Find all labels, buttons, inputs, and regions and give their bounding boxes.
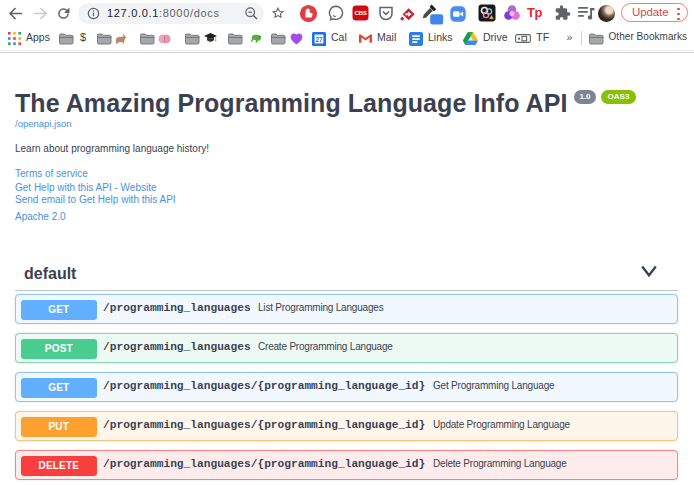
svg-text:CBS: CBS [354,9,366,16]
svg-text:27: 27 [315,36,323,43]
